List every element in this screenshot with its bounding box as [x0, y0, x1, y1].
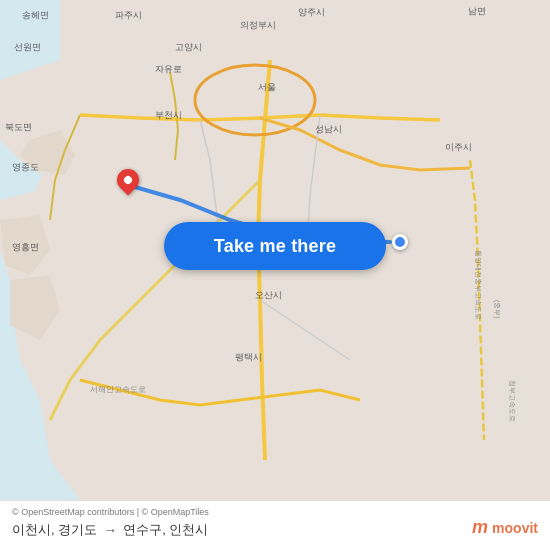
svg-text:평택시: 평택시 — [235, 352, 262, 362]
svg-text:고양시: 고양시 — [175, 42, 202, 52]
route-to: 연수구, 인천시 — [123, 521, 208, 539]
route-from: 이천시, 경기도 — [12, 521, 97, 539]
svg-text:양주시: 양주시 — [298, 7, 325, 17]
svg-text:영종도: 영종도 — [12, 162, 39, 172]
svg-text:부천시: 부천시 — [155, 110, 182, 120]
route-arrow: → — [103, 522, 117, 538]
bottom-bar: © OpenStreetMap contributors | © OpenMap… — [0, 500, 550, 550]
route-text: 이천시, 경기도 → 연수구, 인천시 m moovit — [12, 521, 538, 539]
svg-text:통영대전중부고속도로: 통영대전중부고속도로 — [474, 250, 482, 320]
svg-text:오산시: 오산시 — [255, 290, 282, 300]
svg-text:북도면: 북도면 — [5, 122, 32, 132]
take-me-there-label: Take me there — [214, 236, 336, 257]
map-container: 송헤면 선원면 파주시 의정부시 양주시 남면 고양시 서울 성남시 이주시 부… — [0, 0, 550, 500]
svg-text:서해안고속도로: 서해안고속도로 — [90, 385, 146, 394]
svg-text:영흥면: 영흥면 — [12, 242, 39, 252]
svg-text:파주시: 파주시 — [115, 10, 142, 20]
svg-text:남면: 남면 — [468, 6, 486, 16]
svg-text:의정부시: 의정부시 — [240, 20, 276, 30]
attribution-text: © OpenStreetMap contributors | © OpenMap… — [12, 507, 538, 517]
moovit-brand-name: moovit — [492, 520, 538, 536]
svg-text:서울: 서울 — [258, 82, 276, 92]
svg-text:청부고속도로: 청부고속도로 — [508, 380, 516, 422]
svg-text:송헤면: 송헤면 — [22, 10, 49, 20]
svg-text:선원면: 선원면 — [14, 42, 41, 52]
take-me-there-button[interactable]: Take me there — [164, 222, 386, 270]
moovit-logo: m moovit — [472, 517, 538, 538]
svg-text:이주시: 이주시 — [445, 142, 472, 152]
svg-text:자유로: 자유로 — [155, 64, 182, 74]
svg-text:(중부): (중부) — [493, 300, 501, 319]
svg-text:성남시: 성남시 — [315, 124, 342, 134]
destination-dot — [392, 234, 408, 250]
moovit-m-icon: m — [472, 517, 488, 538]
